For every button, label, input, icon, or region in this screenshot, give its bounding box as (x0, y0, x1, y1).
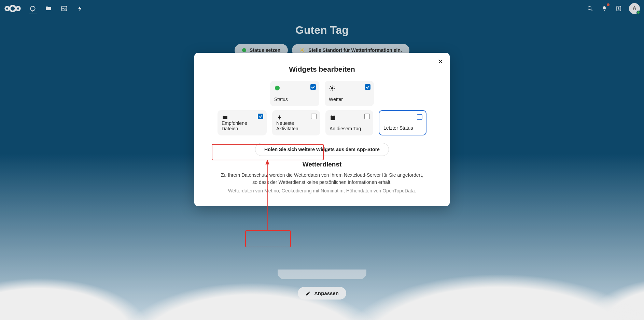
checkbox-unchecked-icon[interactable] (311, 114, 317, 119)
widget-tile-recommended[interactable]: Empfohlene Dateien (218, 110, 267, 135)
checkbox-unchecked-icon[interactable] (364, 114, 370, 119)
weather-service-desc-2: so dass der Wetterdienst keine persönlic… (208, 179, 436, 186)
folder-icon (222, 114, 228, 120)
checkbox-checked-icon[interactable] (310, 84, 316, 90)
calendar-icon (330, 114, 336, 121)
svg-rect-33 (334, 115, 335, 116)
widget-tile-recent-activity[interactable]: Neueste Aktivitäten (272, 110, 320, 135)
appstore-link[interactable]: Holen Sie sich weitere Widgets aus dem A… (255, 143, 389, 156)
widget-tile-last-status[interactable]: Letzter Status (379, 110, 426, 135)
widget-tile-status[interactable]: Status (270, 81, 319, 106)
svg-line-28 (330, 90, 331, 90)
weather-service-title: Wetterdienst (208, 161, 436, 168)
checkbox-unchecked-icon[interactable] (417, 114, 422, 120)
widget-label: Neueste Aktivitäten (276, 120, 316, 131)
widget-tile-on-this-day[interactable]: An diesem Tag (325, 110, 373, 135)
svg-line-26 (330, 86, 331, 87)
widget-label: Wetter (329, 97, 370, 102)
moon-icon (383, 115, 390, 122)
sun-icon (329, 85, 336, 92)
weather-service-desc-1: Zu Ihrem Datenschutz werden die Wetterda… (208, 172, 436, 179)
widget-label: Letzter Status (383, 125, 422, 131)
widget-label: Empfohlene Dateien (222, 120, 263, 131)
weather-service-credits: Wetterdaten von Met.no, Geokodierung mit… (208, 187, 436, 194)
close-icon (437, 58, 444, 64)
checkbox-checked-icon[interactable] (258, 114, 263, 119)
checkbox-checked-icon[interactable] (365, 84, 370, 90)
svg-line-29 (334, 86, 334, 87)
svg-rect-31 (331, 116, 335, 117)
widget-label: Status (274, 97, 315, 102)
close-button[interactable] (437, 58, 444, 65)
svg-rect-32 (332, 115, 332, 116)
svg-line-27 (334, 90, 334, 90)
widget-tile-weather[interactable]: Wetter (325, 81, 374, 106)
widget-label: An diesem Tag (330, 126, 369, 131)
edit-widgets-modal: Widgets bearbeiten Status Wetter Empfohl… (194, 53, 450, 206)
bolt-icon (276, 114, 283, 120)
svg-point-21 (331, 87, 334, 90)
status-dot-icon (275, 86, 280, 90)
modal-title: Widgets bearbeiten (208, 65, 436, 73)
